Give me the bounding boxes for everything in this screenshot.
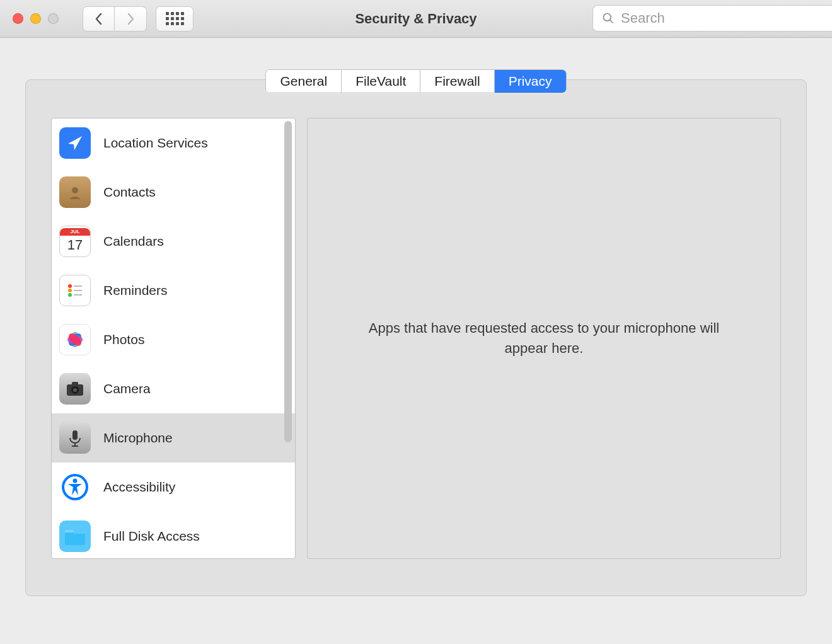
contacts-book-icon bbox=[59, 176, 91, 208]
svg-point-3 bbox=[68, 284, 72, 288]
privacy-panel: Location Services Contacts JUL 17 C bbox=[25, 79, 807, 596]
microphone-icon bbox=[59, 422, 91, 454]
location-arrow-icon bbox=[59, 127, 91, 159]
svg-point-7 bbox=[68, 293, 72, 297]
sidebar-item-label: Full Disk Access bbox=[103, 529, 200, 544]
show-all-button[interactable] bbox=[156, 6, 194, 32]
tab-general[interactable]: General bbox=[266, 70, 342, 93]
privacy-category-list: Location Services Contacts JUL 17 C bbox=[51, 118, 296, 559]
sidebar-item-calendars[interactable]: JUL 17 Calendars bbox=[52, 217, 295, 266]
tab-filevault[interactable]: FileVault bbox=[342, 70, 420, 93]
sidebar-item-label: Microphone bbox=[103, 430, 173, 446]
sidebar-scrollbar[interactable] bbox=[282, 121, 294, 556]
tab-privacy[interactable]: Privacy bbox=[495, 70, 566, 93]
folder-icon bbox=[59, 520, 91, 552]
privacy-detail-pane: Apps that have requested access to your … bbox=[307, 118, 781, 559]
window-controls bbox=[13, 13, 59, 24]
sidebar-item-camera[interactable]: Camera bbox=[52, 364, 295, 413]
sidebar-item-location-services[interactable]: Location Services bbox=[52, 118, 295, 168]
zoom-window-button[interactable] bbox=[48, 13, 59, 24]
content-area: General FileVault Firewall Privacy Locat… bbox=[0, 38, 832, 596]
tab-firewall[interactable]: Firewall bbox=[420, 70, 494, 93]
svg-rect-20 bbox=[72, 382, 78, 386]
svg-point-5 bbox=[68, 289, 72, 292]
svg-rect-21 bbox=[72, 430, 78, 440]
svg-point-0 bbox=[604, 14, 611, 21]
sidebar-item-label: Reminders bbox=[103, 283, 168, 298]
chevron-right-icon bbox=[125, 13, 136, 25]
scrollbar-thumb[interactable] bbox=[284, 121, 292, 442]
reminders-list-icon bbox=[59, 275, 91, 306]
svg-line-1 bbox=[610, 20, 613, 23]
sidebar-item-label: Location Services bbox=[103, 135, 208, 151]
tab-bar: General FileVault Firewall Privacy bbox=[25, 69, 807, 93]
empty-state-message: Apps that have requested access to your … bbox=[358, 318, 730, 359]
nav-buttons bbox=[83, 6, 147, 32]
sidebar-item-label: Camera bbox=[103, 381, 151, 396]
sidebar-item-label: Accessibility bbox=[103, 480, 175, 495]
forward-button[interactable] bbox=[115, 6, 147, 32]
sidebar-item-photos[interactable]: Photos bbox=[52, 315, 295, 364]
sidebar-item-microphone[interactable]: Microphone bbox=[52, 413, 295, 463]
back-button[interactable] bbox=[83, 6, 115, 32]
sidebar-item-label: Photos bbox=[103, 332, 144, 347]
titlebar: Security & Privacy bbox=[0, 0, 832, 38]
photos-flower-icon bbox=[59, 324, 91, 355]
sidebar-item-accessibility[interactable]: Accessibility bbox=[52, 463, 295, 512]
grid-icon bbox=[166, 12, 184, 25]
svg-point-19 bbox=[73, 388, 77, 392]
sidebar-item-contacts[interactable]: Contacts bbox=[52, 168, 295, 217]
camera-icon bbox=[59, 373, 91, 405]
sidebar-item-label: Contacts bbox=[103, 185, 156, 200]
search-field[interactable] bbox=[592, 5, 832, 32]
svg-point-2 bbox=[72, 187, 78, 193]
accessibility-icon bbox=[59, 471, 91, 503]
sidebar-item-label: Calendars bbox=[103, 234, 164, 249]
search-input[interactable] bbox=[621, 10, 810, 26]
minimize-window-button[interactable] bbox=[30, 13, 41, 24]
close-window-button[interactable] bbox=[13, 13, 23, 24]
chevron-left-icon bbox=[94, 13, 104, 25]
sidebar-item-full-disk-access[interactable]: Full Disk Access bbox=[52, 512, 295, 558]
search-icon bbox=[602, 12, 615, 25]
calendar-icon: JUL 17 bbox=[59, 226, 91, 257]
svg-point-26 bbox=[73, 479, 78, 483]
sidebar-item-reminders[interactable]: Reminders bbox=[52, 266, 295, 315]
